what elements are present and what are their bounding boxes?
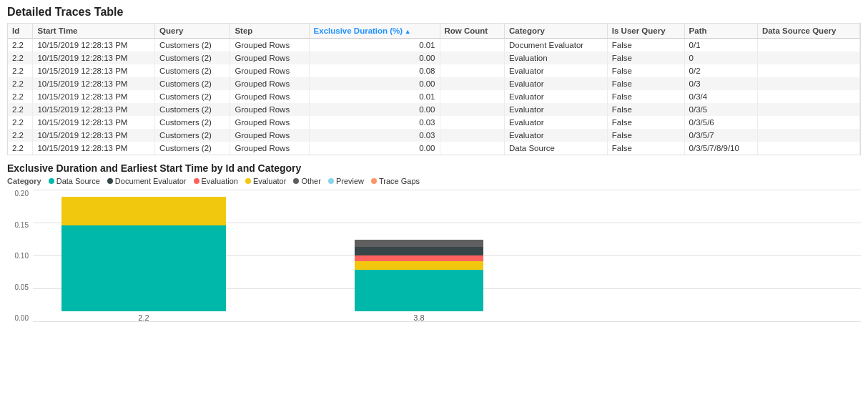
bar-segment-doc-evaluator-3-8 bbox=[355, 247, 483, 255]
legend-evaluator: Evaluator bbox=[245, 177, 286, 185]
cell-category: Evaluation bbox=[504, 52, 607, 64]
cell-step: Grouped Rows bbox=[230, 52, 309, 64]
cell-path: 0/3/5 bbox=[684, 103, 757, 116]
col-exclusive-duration[interactable]: Exclusive Duration (%) ▲ bbox=[309, 24, 440, 39]
cell-query: Customers (2) bbox=[155, 52, 230, 64]
cell-path: 0/1 bbox=[684, 39, 757, 52]
cell-start_time: 10/15/2019 12:28:13 PM bbox=[33, 103, 155, 116]
legend-data-source: Data Source bbox=[49, 177, 100, 185]
cell-id: 2.2 bbox=[8, 116, 33, 129]
cell-row_count bbox=[440, 52, 504, 64]
y-label-020: 0.20 bbox=[7, 190, 29, 198]
data-table-wrapper[interactable]: Id Start Time Query Step Exclusive Durat… bbox=[7, 23, 861, 155]
cell-id: 2.2 bbox=[8, 52, 33, 64]
cell-query: Customers (2) bbox=[155, 103, 230, 116]
cell-exclusive_duration: 0.03 bbox=[309, 129, 440, 142]
cell-category: Evaluator bbox=[504, 77, 607, 90]
col-step[interactable]: Step bbox=[230, 24, 309, 39]
cell-category: Evaluator bbox=[504, 90, 607, 103]
y-label-000: 0.00 bbox=[7, 314, 29, 322]
cell-id: 2.2 bbox=[8, 90, 33, 103]
cell-data_source_query bbox=[757, 52, 859, 64]
cell-data_source_query bbox=[757, 142, 859, 155]
legend-text-evaluation: Evaluation bbox=[202, 177, 238, 185]
cell-start_time: 10/15/2019 12:28:13 PM bbox=[33, 52, 155, 64]
legend-document-evaluator: Document Evaluator bbox=[107, 177, 187, 185]
cell-query: Customers (2) bbox=[155, 116, 230, 129]
cell-id: 2.2 bbox=[8, 64, 33, 77]
col-id[interactable]: Id bbox=[8, 24, 33, 39]
legend-text-document-evaluator: Document Evaluator bbox=[115, 177, 187, 185]
cell-query: Customers (2) bbox=[155, 64, 230, 77]
bars-area: 2.2 bbox=[33, 197, 861, 322]
cell-category: Evaluator bbox=[504, 64, 607, 77]
legend-label: Category bbox=[7, 177, 41, 185]
cell-exclusive_duration: 0.00 bbox=[309, 103, 440, 116]
cell-step: Grouped Rows bbox=[230, 90, 309, 103]
cell-step: Grouped Rows bbox=[230, 129, 309, 142]
cell-exclusive_duration: 0.01 bbox=[309, 39, 440, 52]
cell-is_user_query: False bbox=[607, 64, 684, 77]
cell-id: 2.2 bbox=[8, 39, 33, 52]
col-path[interactable]: Path bbox=[684, 24, 757, 39]
cell-start_time: 10/15/2019 12:28:13 PM bbox=[33, 39, 155, 52]
cell-category: Document Evaluator bbox=[504, 39, 607, 52]
col-data-source-query[interactable]: Data Source Query bbox=[757, 24, 859, 39]
cell-data_source_query bbox=[757, 39, 859, 52]
legend-other: Other bbox=[293, 177, 321, 185]
legend-text-preview: Preview bbox=[336, 177, 364, 185]
cell-row_count bbox=[440, 103, 504, 116]
table-row: 2.210/15/2019 12:28:13 PMCustomers (2)Gr… bbox=[8, 39, 860, 52]
cell-start_time: 10/15/2019 12:28:13 PM bbox=[33, 142, 155, 155]
y-label-005: 0.05 bbox=[7, 283, 29, 291]
table-row: 2.210/15/2019 12:28:13 PMCustomers (2)Gr… bbox=[8, 52, 860, 64]
cell-step: Grouped Rows bbox=[230, 64, 309, 77]
bar-group-2-2: 2.2 bbox=[61, 197, 226, 322]
col-start-time[interactable]: Start Time bbox=[33, 24, 155, 39]
table-row: 2.210/15/2019 12:28:13 PMCustomers (2)Gr… bbox=[8, 129, 860, 142]
cell-row_count bbox=[440, 39, 504, 52]
cell-exclusive_duration: 0.01 bbox=[309, 90, 440, 103]
legend-text-trace-gaps: Trace Gaps bbox=[379, 177, 420, 185]
cell-is_user_query: False bbox=[607, 90, 684, 103]
legend-evaluation: Evaluation bbox=[194, 177, 238, 185]
legend-dot-other bbox=[293, 178, 299, 184]
chart-legend: Category Data Source Document Evaluator … bbox=[7, 177, 861, 185]
detailed-traces-table: Id Start Time Query Step Exclusive Durat… bbox=[8, 24, 860, 155]
cell-is_user_query: False bbox=[607, 52, 684, 64]
cell-exclusive_duration: 0.03 bbox=[309, 116, 440, 129]
cell-step: Grouped Rows bbox=[230, 142, 309, 155]
cell-is_user_query: False bbox=[607, 129, 684, 142]
cell-exclusive_duration: 0.00 bbox=[309, 52, 440, 64]
legend-trace-gaps: Trace Gaps bbox=[371, 177, 420, 185]
bar-segment-evaluation-3-8 bbox=[355, 255, 483, 261]
cell-data_source_query bbox=[757, 77, 859, 90]
page-container: Detailed Traces Table Id Start Time Quer… bbox=[0, 0, 868, 328]
cell-category: Data Source bbox=[504, 142, 607, 155]
table-header-row: Id Start Time Query Step Exclusive Durat… bbox=[8, 24, 860, 39]
cell-step: Grouped Rows bbox=[230, 116, 309, 129]
cell-row_count bbox=[440, 77, 504, 90]
table-row: 2.210/15/2019 12:28:13 PMCustomers (2)Gr… bbox=[8, 64, 860, 77]
table-row: 2.210/15/2019 12:28:13 PMCustomers (2)Gr… bbox=[8, 77, 860, 90]
cell-row_count bbox=[440, 64, 504, 77]
cell-row_count bbox=[440, 142, 504, 155]
cell-path: 0/3/5/7 bbox=[684, 129, 757, 142]
cell-data_source_query bbox=[757, 64, 859, 77]
cell-id: 2.2 bbox=[8, 142, 33, 155]
cell-start_time: 10/15/2019 12:28:13 PM bbox=[33, 116, 155, 129]
y-axis: 0.20 0.15 0.10 0.05 0.00 bbox=[7, 190, 33, 322]
cell-exclusive_duration: 0.00 bbox=[309, 77, 440, 90]
col-is-user-query[interactable]: Is User Query bbox=[607, 24, 684, 39]
cell-query: Customers (2) bbox=[155, 90, 230, 103]
col-query[interactable]: Query bbox=[155, 24, 230, 39]
cell-category: Evaluator bbox=[504, 129, 607, 142]
legend-text-other: Other bbox=[301, 177, 321, 185]
legend-text-evaluator: Evaluator bbox=[253, 177, 286, 185]
col-category[interactable]: Category bbox=[504, 24, 607, 39]
cell-is_user_query: False bbox=[607, 77, 684, 90]
col-row-count[interactable]: Row Count bbox=[440, 24, 504, 39]
cell-data_source_query bbox=[757, 103, 859, 116]
grid-line-1 bbox=[33, 190, 861, 190]
bar-segment-evaluator-2-2 bbox=[61, 197, 226, 225]
